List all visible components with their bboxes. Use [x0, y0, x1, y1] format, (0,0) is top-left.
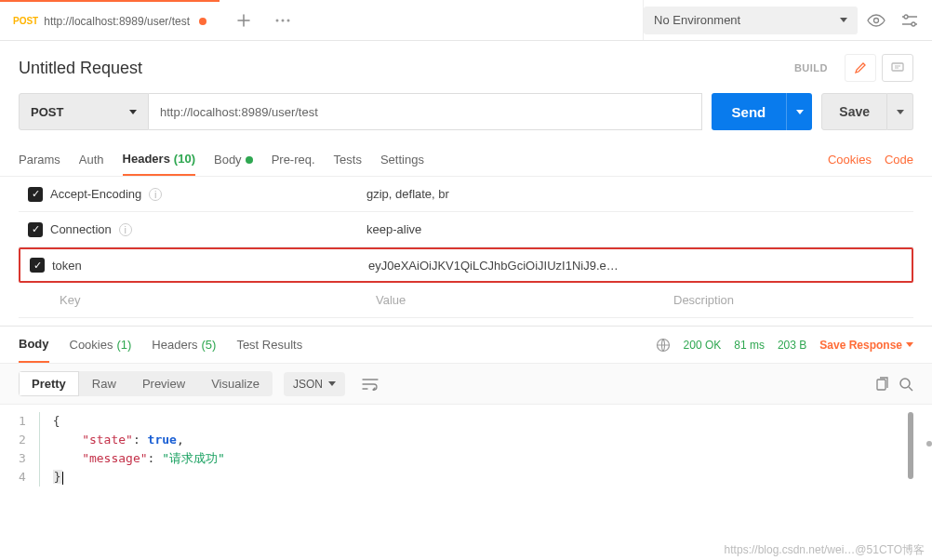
caret-down-icon: [840, 18, 847, 22]
response-body-area[interactable]: 1234 { "state": true, "message": "请求成功" …: [0, 405, 932, 487]
resp-tab-cookies-count: (1): [116, 338, 131, 352]
method-select[interactable]: POST: [19, 93, 149, 130]
view-mode-visualize[interactable]: Visualize: [198, 371, 273, 396]
header-row[interactable]: ✓ Accept-Encoding i gzip, deflate, br: [19, 177, 913, 212]
tab-overflow-button[interactable]: [268, 6, 298, 35]
view-right-actions: [874, 377, 913, 392]
svg-point-9: [900, 379, 910, 388]
resp-tab-body[interactable]: Body: [19, 327, 49, 363]
tab-body[interactable]: Body: [214, 143, 253, 176]
caret-down-icon: [796, 110, 804, 114]
copy-button[interactable]: [874, 377, 889, 392]
view-mode-pretty[interactable]: Pretty: [19, 371, 79, 396]
line-number-gutter: 1234: [19, 412, 40, 487]
tab-settings[interactable]: Settings: [380, 143, 424, 176]
view-mode-preview[interactable]: Preview: [129, 371, 198, 396]
environment-select[interactable]: No Environment: [644, 7, 858, 34]
tab-auth[interactable]: Auth: [79, 143, 104, 176]
language-select[interactable]: JSON: [284, 372, 345, 396]
svg-point-2: [287, 19, 290, 21]
header-value-cell[interactable]: gzip, deflate, br: [359, 187, 657, 201]
text-cursor-icon: [62, 472, 63, 485]
header-key-cell[interactable]: Connection i: [43, 222, 359, 236]
header-value-cell[interactable]: eyJ0eXAiOiJKV1QiLCJhbGciOiJIUzI1NiJ9.e…: [361, 259, 659, 273]
header-key-text: token: [52, 259, 82, 273]
wrap-lines-button[interactable]: [356, 372, 384, 396]
svg-point-3: [874, 18, 879, 22]
code-key: "state": [82, 433, 133, 447]
quick-look-button[interactable]: [861, 6, 891, 35]
comment-button[interactable]: [882, 54, 913, 82]
response-time: 81 ms: [734, 339, 765, 352]
save-button[interactable]: Save: [821, 93, 887, 130]
globe-icon[interactable]: [656, 338, 671, 353]
request-title[interactable]: Untitled Request: [19, 59, 794, 78]
watermark-text: https://blog.csdn.net/wei…@51CTO博客: [725, 542, 925, 558]
header-key-placeholder[interactable]: Key: [52, 293, 368, 307]
request-subtabs: Params Auth Headers (10) Body Pre-req. T…: [0, 143, 932, 177]
code-line: {: [53, 414, 60, 428]
method-select-label: POST: [31, 105, 63, 119]
tab-headers-label: Headers: [123, 152, 170, 166]
caret-down-icon: [129, 110, 137, 114]
header-key-cell[interactable]: token: [45, 259, 361, 273]
info-icon[interactable]: i: [119, 223, 132, 236]
header-row-highlighted[interactable]: ✓ token eyJ0eXAiOiJKV1QiLCJhbGciOiJIUzI1…: [19, 247, 913, 283]
save-button-label: Save: [839, 104, 870, 119]
header-key-text: Accept-Encoding: [50, 187, 141, 201]
tab-params[interactable]: Params: [19, 143, 60, 176]
url-row: POST http://localhost:8989/user/test Sen…: [0, 93, 932, 143]
header-value-placeholder[interactable]: Value: [368, 293, 666, 307]
code-key: "message": [82, 451, 147, 465]
response-meta: 200 OK 81 ms 203 B Save Response: [656, 338, 913, 353]
status-badge: 200 OK: [684, 339, 722, 352]
svg-rect-8: [877, 380, 885, 390]
tab-headers[interactable]: Headers (10): [123, 143, 195, 176]
tab-body-label: Body: [214, 153, 242, 167]
headers-table: ✓ Accept-Encoding i gzip, deflate, br ✓ …: [0, 177, 932, 318]
header-desc-placeholder[interactable]: Description: [666, 293, 913, 307]
checkbox-icon[interactable]: ✓: [30, 258, 45, 273]
cookies-link[interactable]: Cookies: [828, 153, 872, 167]
resp-tab-cookies-label: Cookies: [70, 338, 113, 352]
code-body[interactable]: { "state": true, "message": "请求成功" }: [40, 412, 913, 487]
search-button[interactable]: [899, 377, 913, 392]
resp-tab-tests[interactable]: Test Results: [236, 327, 302, 363]
request-tab[interactable]: POST http://localhost:8989/user/test: [0, 0, 220, 40]
build-label: BUILD: [794, 62, 828, 73]
scrollbar-vertical[interactable]: [926, 441, 932, 447]
tab-tests[interactable]: Tests: [334, 143, 362, 176]
body-dot-icon: [246, 156, 253, 164]
tab-method-pill: POST: [13, 16, 38, 26]
checkbox-icon[interactable]: ✓: [28, 187, 43, 202]
code-link[interactable]: Code: [885, 153, 913, 167]
language-select-label: JSON: [293, 378, 323, 391]
header-key-cell[interactable]: Accept-Encoding i: [43, 187, 359, 201]
send-button-caret[interactable]: [786, 93, 812, 130]
header-value-cell[interactable]: keep-alive: [359, 222, 657, 236]
header-row-placeholder[interactable]: Key Value Description: [19, 283, 913, 318]
view-mode-raw[interactable]: Raw: [79, 371, 129, 396]
code-line: }: [53, 470, 62, 484]
send-button[interactable]: Send: [712, 93, 787, 130]
scrollbar-thumb[interactable]: [908, 412, 913, 479]
svg-point-0: [276, 19, 279, 21]
save-response-button[interactable]: Save Response: [819, 339, 913, 352]
svg-rect-6: [892, 63, 903, 71]
url-input[interactable]: http://localhost:8989/user/test: [149, 93, 702, 130]
caret-down-icon: [906, 342, 913, 347]
request-right-links: Cookies Code: [828, 153, 913, 167]
info-icon[interactable]: i: [149, 188, 162, 201]
header-row[interactable]: ✓ Connection i keep-alive: [19, 212, 913, 247]
save-button-caret[interactable]: [887, 93, 913, 130]
settings-sliders-button[interactable]: [895, 6, 925, 35]
new-tab-button[interactable]: [229, 6, 259, 35]
resp-tab-headers[interactable]: Headers (5): [152, 327, 216, 363]
tab-prereq[interactable]: Pre-req.: [272, 143, 315, 176]
edit-button[interactable]: [845, 54, 876, 82]
send-button-label: Send: [732, 104, 766, 120]
checkbox-icon[interactable]: ✓: [28, 222, 43, 237]
caret-down-icon: [328, 381, 336, 386]
resp-tab-cookies[interactable]: Cookies (1): [70, 327, 132, 363]
top-bar: POST http://localhost:8989/user/test No …: [0, 0, 932, 41]
